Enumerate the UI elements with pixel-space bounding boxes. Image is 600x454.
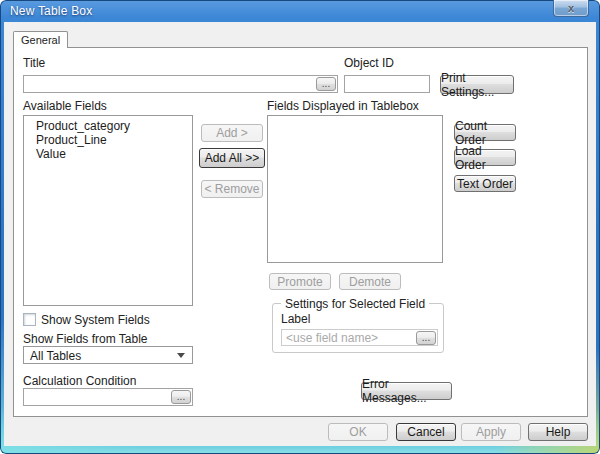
show-fields-from-table-label: Show Fields from Table bbox=[23, 332, 148, 346]
settings-for-selected-field-group: Settings for Selected Field Label ... bbox=[272, 303, 444, 353]
title-input-wrap: ... bbox=[23, 75, 338, 93]
field-label-label: Label bbox=[281, 312, 310, 326]
remove-button[interactable]: < Remove bbox=[201, 180, 263, 198]
close-icon: x bbox=[568, 3, 574, 14]
titlebar: New Table Box x bbox=[0, 0, 600, 22]
field-label-browse-button[interactable]: ... bbox=[416, 331, 436, 345]
title-browse-button[interactable]: ... bbox=[316, 77, 336, 91]
load-order-button[interactable]: Load Order bbox=[454, 149, 516, 166]
add-all-button[interactable]: Add All >> bbox=[199, 148, 265, 168]
promote-button[interactable]: Promote bbox=[269, 273, 331, 290]
ok-button[interactable]: OK bbox=[328, 423, 388, 441]
available-fields-listbox[interactable]: Product_category Product_Line Value bbox=[23, 115, 193, 306]
list-item[interactable]: Product_Line bbox=[24, 133, 192, 147]
add-button[interactable]: Add > bbox=[201, 124, 263, 142]
demote-button[interactable]: Demote bbox=[339, 273, 401, 290]
window-title: New Table Box bbox=[10, 4, 92, 18]
new-table-box-dialog: New Table Box x General Title ... Object… bbox=[0, 0, 600, 454]
list-item[interactable]: Value bbox=[24, 147, 192, 161]
list-item[interactable]: Product_category bbox=[24, 119, 192, 133]
show-system-fields-checkbox[interactable] bbox=[23, 313, 36, 326]
dialog-body: General Title ... Object ID Print Settin… bbox=[4, 22, 596, 446]
apply-button[interactable]: Apply bbox=[461, 423, 521, 441]
field-label-input-wrap: ... bbox=[281, 329, 438, 346]
available-fields-label: Available Fields bbox=[23, 99, 107, 113]
tab-general[interactable]: General bbox=[13, 31, 68, 48]
title-label: Title bbox=[23, 56, 45, 70]
table-select-value: All Tables bbox=[30, 349, 81, 363]
text-order-button[interactable]: Text Order bbox=[454, 175, 516, 192]
count-order-button[interactable]: Count Order bbox=[454, 124, 516, 141]
help-button[interactable]: Help bbox=[528, 423, 588, 441]
displayed-fields-label: Fields Displayed in Tablebox bbox=[267, 99, 419, 113]
title-input[interactable] bbox=[24, 76, 337, 92]
calculation-condition-input[interactable] bbox=[24, 389, 192, 405]
settings-group-legend: Settings for Selected Field bbox=[281, 297, 429, 311]
print-settings-button[interactable]: Print Settings... bbox=[440, 75, 514, 94]
displayed-fields-listbox[interactable] bbox=[267, 115, 443, 263]
chevron-down-icon bbox=[177, 353, 185, 358]
general-tab-panel: Title ... Object ID Print Settings... Av… bbox=[13, 47, 588, 417]
table-select-dropdown[interactable]: All Tables bbox=[23, 346, 193, 364]
close-button[interactable]: x bbox=[553, 0, 589, 17]
error-messages-button[interactable]: Error Messages... bbox=[361, 382, 452, 400]
calculation-condition-input-wrap: ... bbox=[23, 388, 193, 406]
calculation-condition-label: Calculation Condition bbox=[23, 374, 136, 388]
show-system-fields-label: Show System Fields bbox=[41, 313, 150, 327]
field-label-input[interactable] bbox=[282, 330, 437, 345]
cancel-button[interactable]: Cancel bbox=[396, 423, 456, 441]
calculation-condition-browse-button[interactable]: ... bbox=[171, 390, 191, 404]
object-id-label: Object ID bbox=[344, 56, 394, 70]
object-id-input-wrap bbox=[344, 75, 430, 93]
object-id-input[interactable] bbox=[345, 76, 429, 92]
